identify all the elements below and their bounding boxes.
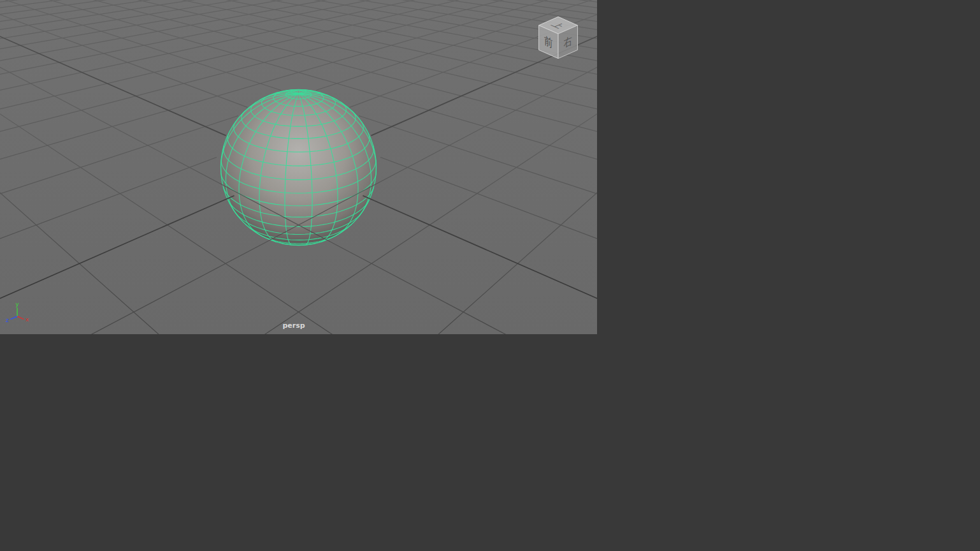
viewport-camera-label: persp [282, 321, 305, 330]
viewport-3d-scene[interactable]: 前 右 上 x y z persp [0, 0, 597, 334]
svg-text:y: y [15, 301, 19, 307]
view-cube[interactable]: 前 右 上 [539, 17, 578, 58]
svg-text:x: x [25, 316, 29, 323]
svg-text:z: z [6, 317, 9, 323]
